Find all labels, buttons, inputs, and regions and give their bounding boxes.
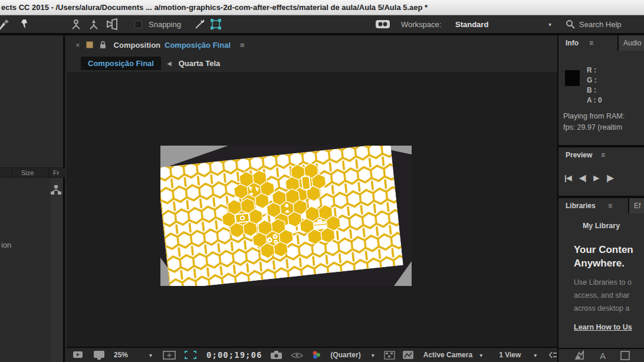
camera-track-tool-button[interactable] (87, 15, 100, 33)
project-scroll-column[interactable] (51, 178, 63, 362)
libraries-heading-line2: Anywhere. (574, 258, 625, 269)
column-header-size[interactable]: Size (21, 169, 34, 177)
graphic-asset-icon[interactable] (574, 350, 586, 361)
next-frame-button[interactable]: |▶ (606, 173, 613, 182)
composition-viewport[interactable] (67, 72, 557, 347)
composition-frame (160, 146, 412, 286)
sync-settings-button[interactable] (375, 15, 390, 33)
region-of-interest-icon[interactable] (184, 350, 197, 360)
snap-icon (193, 18, 206, 31)
workspace-chevron[interactable]: ▾ (548, 15, 551, 33)
lock-icon[interactable] (99, 41, 107, 49)
libraries-panel-menu-icon[interactable]: ≡ (608, 202, 612, 210)
safe-margins-icon[interactable] (163, 351, 176, 360)
info-panel-menu-icon[interactable]: ≡ (589, 39, 593, 47)
channels-icon[interactable] (311, 350, 322, 360)
panel-title: Composition (114, 41, 160, 50)
mask-feather-icon (210, 18, 222, 30)
workspace-value: Standard (455, 20, 488, 29)
search-help-button[interactable] (565, 15, 576, 33)
column-header-frame-rate[interactable]: Fr (53, 169, 59, 177)
composition-bottom-bar: 25% ▾ 0;00;19;06 (Quar (67, 347, 557, 362)
breadcrumb-back-icon[interactable]: ◀ (167, 60, 172, 67)
libraries-body-line2: access, and shar (574, 291, 630, 300)
breadcrumb-previous-comp[interactable]: Quarta Tela (179, 59, 221, 68)
tab-libraries[interactable]: Libraries (566, 202, 596, 210)
play-button[interactable]: ▶ (593, 173, 599, 182)
learn-how-link[interactable]: Learn How to Us (574, 323, 632, 331)
magnification-chevron[interactable]: ▾ (149, 352, 152, 358)
workspace-switcher-icon (375, 19, 390, 29)
project-panel-fragment: Size Fr ion (0, 35, 65, 362)
close-icon[interactable]: × (75, 41, 80, 50)
snapping-label: Snapping (149, 20, 181, 29)
workspace-label-wrap: Workspace: (401, 15, 441, 33)
resolution-dropdown[interactable]: (Quarter) (330, 351, 360, 359)
previous-frame-button[interactable]: ◀| (579, 173, 586, 182)
checkbox-box (134, 21, 142, 28)
composition-name-tab[interactable]: Composição Final (165, 41, 231, 50)
window-title-bar: ects CC 2015 - /Users/alura/Documents ..… (0, 0, 644, 15)
view-layout-chevron[interactable]: ▾ (479, 352, 482, 358)
project-column-header-row: Size Fr (0, 167, 65, 177)
search-help-label-wrap[interactable]: Search Help (579, 15, 622, 33)
snap-options-button[interactable] (193, 15, 206, 33)
workspace-dropdown[interactable]: Standard (455, 15, 488, 33)
transparency-grid-icon[interactable] (384, 351, 395, 360)
view-count-dropdown[interactable]: 1 View (499, 351, 521, 359)
exposure-icon[interactable] (402, 350, 414, 360)
first-frame-button[interactable]: |◀ (564, 173, 571, 182)
magnification-value[interactable]: 25% (114, 351, 128, 359)
preview-panel: Preview ≡ |◀ ◀| ▶ |▶ (558, 147, 644, 196)
snapping-checkbox[interactable] (134, 15, 142, 33)
libraries-heading-line1: Your Conten (574, 244, 633, 256)
app-toolbar: Snapping Workspace: Standard (0, 15, 644, 34)
show-snapshot-icon[interactable] (291, 351, 303, 360)
camera-dolly-tool-button[interactable] (105, 15, 119, 33)
camera-orbit-icon (70, 18, 83, 31)
snapshot-icon[interactable] (270, 350, 282, 360)
panel-menu-icon[interactable]: ≡ (240, 41, 245, 50)
puppet-pin-icon (18, 18, 31, 31)
tab-effects-partial[interactable]: Ef (628, 198, 644, 213)
libraries-category-bar: A (558, 348, 644, 362)
flowchart-icon[interactable] (50, 184, 63, 197)
resolution-chevron[interactable]: ▾ (372, 352, 374, 358)
info-alpha-value: A : 0 (587, 96, 602, 104)
info-panel: Info ≡ Audio R : G : B : A : 0 Playing f… (558, 35, 644, 145)
project-item-text-fragment[interactable]: ion (1, 241, 11, 249)
layout-icon[interactable] (620, 350, 630, 361)
camera-track-z-icon (105, 18, 119, 31)
mask-feather-tool-button[interactable] (210, 15, 222, 33)
playback-status: Playing from RAM: (563, 112, 644, 120)
composition-panel: × Composition Composição Final ≡ Composi… (67, 35, 557, 362)
camera-orbit-tool-button[interactable] (70, 15, 83, 33)
brush-tool-button[interactable] (0, 15, 11, 33)
snapping-label-wrap: Snapping (149, 15, 181, 33)
view-count-chevron[interactable]: ▾ (534, 352, 537, 358)
puppet-pin-tool-button[interactable] (18, 15, 31, 33)
primary-viewer-icon[interactable] (93, 350, 106, 360)
chevron-down-icon: ▾ (548, 21, 551, 28)
always-preview-icon[interactable] (73, 350, 84, 360)
after-effects-window: ects CC 2015 - /Users/alura/Documents ..… (0, 0, 644, 362)
view-layout-dropdown[interactable]: Active Camera (423, 351, 472, 359)
info-red-value: R : (587, 66, 596, 74)
panel-color-swatch (86, 41, 93, 48)
library-selector-dropdown[interactable]: My Library (558, 222, 644, 230)
color-readout-swatch (565, 70, 580, 86)
character-style-icon[interactable]: A (600, 351, 606, 361)
search-icon (565, 19, 576, 29)
composition-panel-tab[interactable]: × Composition Composição Final ≡ (67, 35, 557, 54)
brush-icon (0, 18, 11, 31)
preview-panel-menu-icon[interactable]: ≡ (601, 151, 605, 159)
camera-track-xy-icon (87, 18, 100, 31)
honeycomb-card (160, 146, 403, 286)
tab-info[interactable]: Info (566, 39, 579, 47)
breadcrumb-active-comp[interactable]: Composição Final (81, 57, 161, 70)
current-timecode[interactable]: 0;00;19;06 (206, 350, 262, 360)
tab-audio[interactable]: Audio (617, 35, 644, 51)
libraries-body-line3: across desktop a (574, 304, 630, 312)
tab-preview[interactable]: Preview (566, 151, 592, 159)
window-title: ects CC 2015 - /Users/alura/Documents ..… (1, 3, 428, 12)
